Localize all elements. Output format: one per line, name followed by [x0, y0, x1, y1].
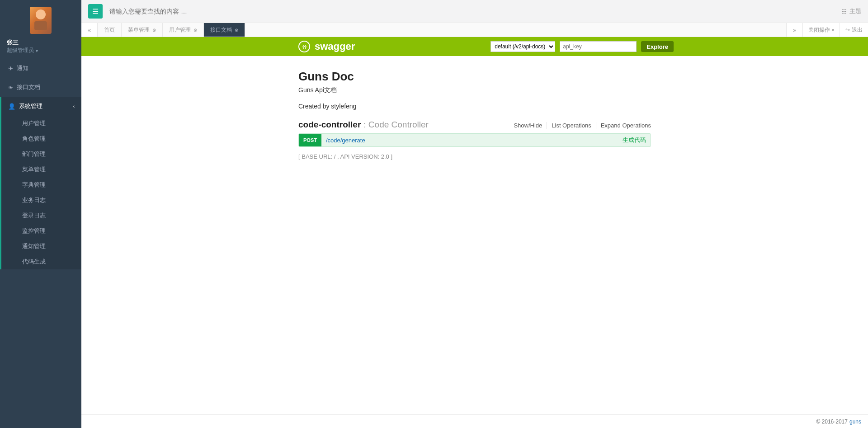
explore-button[interactable]: Explore [641, 41, 674, 52]
subnav-dict-mgmt[interactable]: 字典管理 [1, 177, 81, 193]
menu-toggle-button[interactable]: ☰ [88, 4, 103, 19]
apikey-input[interactable] [560, 41, 637, 52]
username: 张三 [7, 38, 75, 47]
swagger-logo-text: swagger [315, 41, 355, 52]
close-ops-dropdown[interactable]: 关闭操作 [802, 23, 840, 37]
base-url-line: [ BASE URL: / , API VERSION: 2.0 ] [298, 153, 651, 160]
footer-link[interactable]: guns [849, 419, 861, 425]
controller-name[interactable]: code-controller [298, 120, 361, 130]
logout-icon: ↪ [845, 27, 850, 33]
tab-scroll-left[interactable]: « [81, 23, 98, 37]
close-icon[interactable]: ⊗ [152, 28, 156, 33]
profile-block: 张三 超级管理员 [0, 0, 81, 59]
sidebar-item-notify[interactable]: ✈通知 [0, 59, 81, 78]
tab-row: « 首页 菜单管理⊗ 用户管理⊗ 接口文档⊗ » 关闭操作 ↪退出 [81, 23, 868, 37]
subnav-user-mgmt[interactable]: 用户管理 [1, 116, 81, 131]
logout-button[interactable]: ↪退出 [840, 23, 868, 37]
subnav-notify-mgmt[interactable]: 通知管理 [1, 239, 81, 254]
search-input[interactable] [109, 8, 245, 15]
chevron-left-icon: ‹ [73, 104, 75, 109]
show-hide-link[interactable]: Show/Hide [509, 122, 547, 129]
subnav-dept-mgmt[interactable]: 部门管理 [1, 146, 81, 162]
doc-title: Guns Doc [298, 70, 651, 84]
tab-scroll-right[interactable]: » [786, 23, 802, 37]
sidebar: 张三 超级管理员 ✈通知 ❧接口文档 👤系统管理‹ 用户管理 角色管理 部门管理… [0, 0, 81, 428]
close-icon[interactable]: ⊗ [235, 28, 238, 33]
sidebar-item-system[interactable]: 👤系统管理‹ 用户管理 角色管理 部门管理 菜单管理 字典管理 业务日志 登录日… [0, 97, 81, 269]
sidebar-label: 系统管理 [19, 102, 42, 110]
tab-menu-mgmt[interactable]: 菜单管理⊗ [122, 23, 163, 37]
subnav-biz-log[interactable]: 业务日志 [1, 193, 81, 208]
list-ops-link[interactable]: List Operations [547, 122, 596, 129]
sidebar-label: 接口文档 [17, 83, 40, 91]
swagger-logo: {·} swagger [298, 41, 355, 52]
spec-select[interactable]: default (/v2/api-docs) [491, 41, 555, 52]
paper-plane-icon: ✈ [8, 65, 13, 72]
controller-row: code-controller : Code Controller Show/H… [298, 120, 651, 130]
main-column: ☰ ☷ 主题 « 首页 菜单管理⊗ 用户管理⊗ 接口文档⊗ » 关闭操作 ↪退出 [81, 0, 868, 428]
controller-desc: : Code Controller [363, 120, 429, 130]
content-area: {·} swagger default (/v2/api-docs) Explo… [81, 37, 868, 414]
theme-switcher[interactable]: ☷ 主题 [841, 7, 861, 15]
user-role-dropdown[interactable]: 超级管理员 [7, 47, 38, 54]
endpoint-path: /code/generate [321, 137, 365, 144]
sidebar-item-apidoc[interactable]: ❧接口文档 [0, 78, 81, 97]
sidebar-label: 通知 [17, 64, 28, 72]
doc-created-by: Created by stylefeng [298, 103, 651, 110]
expand-ops-link[interactable]: Expand Operations [596, 122, 651, 129]
swagger-logo-icon: {·} [298, 41, 310, 52]
doc-subtitle: Guns Api文档 [298, 86, 651, 94]
caret-down-icon [36, 47, 38, 54]
leaf-icon: ❧ [8, 84, 13, 91]
tab-apidoc[interactable]: 接口文档⊗ [204, 23, 245, 37]
theme-icon: ☷ [841, 8, 847, 15]
copyright-text: © 2016-2017 [816, 419, 848, 425]
subnav-codegen[interactable]: 代码生成 [1, 254, 81, 269]
footer: © 2016-2017 guns [81, 414, 868, 428]
subnav-menu-mgmt[interactable]: 菜单管理 [1, 162, 81, 177]
topbar: ☰ ☷ 主题 [81, 0, 868, 23]
subnav-monitor[interactable]: 监控管理 [1, 223, 81, 239]
avatar [30, 7, 52, 34]
subnav-login-log[interactable]: 登录日志 [1, 208, 81, 223]
caret-down-icon [832, 27, 834, 33]
close-icon[interactable]: ⊗ [193, 28, 197, 33]
user-role-label: 超级管理员 [7, 47, 34, 54]
tab-user-mgmt[interactable]: 用户管理⊗ [163, 23, 204, 37]
theme-label: 主题 [849, 7, 861, 15]
subnav-role-mgmt[interactable]: 角色管理 [1, 131, 81, 146]
endpoint-summary: 生成代码 [623, 136, 651, 144]
tab-home[interactable]: 首页 [98, 23, 122, 37]
endpoint-row[interactable]: POST /code/generate 生成代码 [298, 133, 651, 147]
user-icon: 👤 [8, 103, 15, 110]
swagger-header: {·} swagger default (/v2/api-docs) Explo… [81, 37, 868, 56]
http-method-badge: POST [299, 134, 321, 146]
